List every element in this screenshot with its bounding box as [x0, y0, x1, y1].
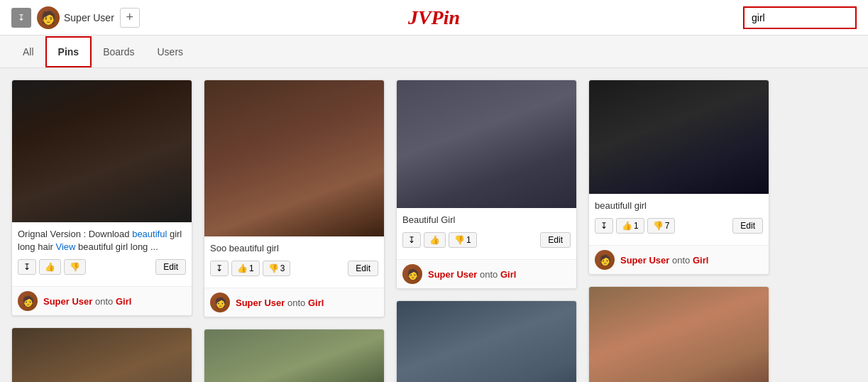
pin-body: Beautiful Girl ↧ 👍 👎 1 Edit	[397, 208, 576, 259]
like-button[interactable]: 👍	[39, 259, 61, 275]
pin-card: Soo beautiful girl ↧ 👍 1 👎 3 Edit 🧑 Supe…	[204, 80, 385, 317]
column-3: beautifull girl ↧ 👍 1 👎 7 Edit 🧑 Super U…	[588, 80, 769, 382]
pin-image	[397, 80, 576, 208]
repin-header-button[interactable]: ↧	[11, 8, 31, 28]
pin-body: Soo beautiful girl ↧ 👍 1 👎 3 Edit	[204, 236, 384, 288]
pin-username[interactable]: Super User	[236, 298, 285, 308]
pin-onto: onto	[672, 255, 693, 266]
pin-image	[589, 80, 769, 194]
search-input[interactable]	[743, 6, 857, 29]
pin-user-text: Super User onto Girl	[43, 296, 131, 307]
pin-image	[204, 80, 384, 236]
pin-description: Soo beautiful girl	[210, 242, 378, 255]
repin-button[interactable]: ↧	[18, 259, 36, 275]
pin-onto: onto	[287, 298, 308, 308]
add-button[interactable]: +	[120, 8, 140, 28]
dislike-count: 3	[280, 263, 285, 273]
pin-user-avatar: 🧑	[210, 293, 230, 312]
pin-card	[588, 286, 769, 382]
pin-board[interactable]: Girl	[116, 296, 131, 307]
pin-board[interactable]: Girl	[308, 298, 324, 308]
tab-all[interactable]: All	[11, 38, 45, 66]
edit-button[interactable]: Edit	[732, 218, 763, 234]
pin-card: Orignal Version : Download beautiful gir…	[11, 80, 192, 316]
site-logo: JVPin	[408, 6, 460, 29]
pin-link2[interactable]: View	[55, 241, 75, 252]
pin-user: 🧑 Super User onto Girl	[589, 245, 769, 274]
pin-user-text: Super User onto Girl	[236, 298, 324, 308]
pin-onto: onto	[95, 296, 116, 307]
user-menu-button[interactable]: 🧑 Super User	[37, 6, 114, 29]
pin-card	[11, 327, 192, 382]
pin-description: Beautiful Girl	[402, 214, 571, 227]
pin-user: 🧑 Super User onto Girl	[204, 288, 384, 317]
pin-user-avatar: 🧑	[595, 250, 615, 270]
pin-body: Orignal Version : Download beautiful gir…	[12, 222, 192, 286]
dislike-button[interactable]: 👎	[64, 259, 86, 275]
pin-username[interactable]: Super User	[620, 255, 669, 266]
repin-button[interactable]: ↧	[210, 261, 229, 276]
username-label: Super User	[64, 12, 114, 23]
header-left: ↧ 🧑 Super User +	[11, 6, 140, 29]
pin-user-text: Super User onto Girl	[428, 269, 516, 280]
nav-tabs: All Pins Boards Users	[0, 36, 868, 68]
pin-username[interactable]: Super User	[428, 269, 477, 280]
pin-link[interactable]: beautiful	[132, 229, 167, 239]
pin-image	[12, 80, 192, 222]
like-button[interactable]: 👍 1	[616, 218, 644, 234]
edit-button[interactable]: Edit	[155, 259, 186, 275]
column-0: Orignal Version : Download beautiful gir…	[11, 80, 192, 382]
pin-card	[204, 329, 385, 382]
pin-grid: Orignal Version : Download beautiful gir…	[0, 68, 868, 382]
pin-user: 🧑 Super User onto Girl	[397, 259, 576, 288]
dislike-button[interactable]: 👎 7	[647, 218, 676, 234]
pin-card	[396, 300, 577, 382]
like-button[interactable]: 👍	[424, 232, 446, 248]
like-count: 1	[249, 263, 254, 273]
tab-boards[interactable]: Boards	[92, 38, 145, 66]
header: ↧ 🧑 Super User + JVPin	[0, 0, 868, 36]
tab-pins[interactable]: Pins	[45, 36, 92, 67]
pin-user-avatar: 🧑	[402, 264, 422, 284]
dislike-button[interactable]: 👎 1	[449, 232, 477, 248]
dislike-count: 1	[466, 235, 471, 245]
pin-description: Orignal Version : Download beautiful gir…	[18, 228, 186, 253]
edit-button[interactable]: Edit	[348, 261, 378, 276]
pin-image	[12, 328, 192, 382]
pin-image	[589, 287, 769, 382]
pin-body: beautifull girl ↧ 👍 1 👎 7 Edit	[589, 194, 769, 245]
pin-actions: ↧ 👍 1 👎 3 Edit	[210, 261, 378, 276]
repin-button[interactable]: ↧	[402, 232, 421, 248]
pin-actions: ↧ 👍 👎 Edit	[18, 259, 186, 275]
tab-users[interactable]: Users	[146, 38, 195, 66]
pin-user: 🧑 Super User onto Girl	[12, 286, 192, 315]
pin-user-avatar: 🧑	[18, 291, 38, 311]
pin-image	[397, 301, 576, 382]
edit-button[interactable]: Edit	[540, 232, 571, 248]
column-1: Soo beautiful girl ↧ 👍 1 👎 3 Edit 🧑 Supe…	[204, 80, 385, 382]
pin-user-text: Super User onto Girl	[620, 255, 708, 266]
pin-onto: onto	[480, 269, 500, 280]
user-avatar: 🧑	[37, 6, 60, 29]
pin-actions: ↧ 👍 👎 1 Edit	[402, 232, 571, 248]
column-2: Beautiful Girl ↧ 👍 👎 1 Edit 🧑 Super User…	[396, 80, 577, 382]
repin-button[interactable]: ↧	[595, 218, 613, 234]
pin-card: beautifull girl ↧ 👍 1 👎 7 Edit 🧑 Super U…	[588, 80, 769, 275]
pin-username[interactable]: Super User	[43, 296, 92, 307]
dislike-count: 7	[665, 221, 670, 231]
like-button[interactable]: 👍 1	[231, 261, 260, 276]
pin-description: beautifull girl	[595, 200, 763, 212]
pin-image	[204, 329, 384, 382]
pin-board[interactable]: Girl	[693, 255, 708, 266]
pin-board[interactable]: Girl	[500, 269, 516, 280]
like-count: 1	[634, 221, 639, 231]
pin-card: Beautiful Girl ↧ 👍 👎 1 Edit 🧑 Super User…	[396, 80, 577, 289]
dislike-button[interactable]: 👎 3	[263, 261, 291, 276]
pin-actions: ↧ 👍 1 👎 7 Edit	[595, 218, 763, 234]
